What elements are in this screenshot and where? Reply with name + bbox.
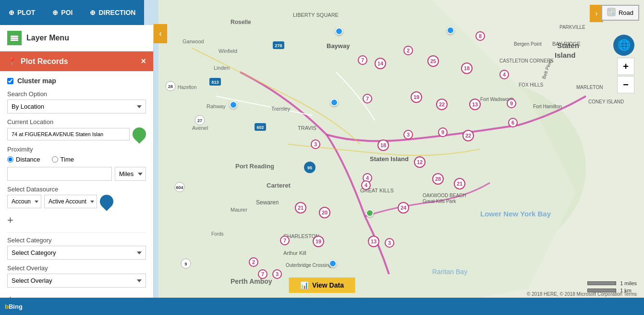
cluster-marker[interactable]: 3 [385, 238, 394, 248]
top-nav: ⊕ PLOT ⊕ POI ⊕ DIRECTION [0, 0, 144, 25]
distance-input-row: Miles [7, 167, 146, 181]
poi-btn[interactable]: ⊕ POI [44, 0, 81, 25]
svg-text:Outerbridge Crossing: Outerbridge Crossing [286, 263, 331, 268]
cluster-marker[interactable]: 2 [249, 257, 258, 267]
time-radio[interactable] [52, 156, 58, 163]
distance-input[interactable] [7, 167, 112, 181]
svg-text:Fort Hamilton: Fort Hamilton [533, 104, 562, 109]
cluster-map-checkbox[interactable] [7, 78, 13, 84]
cluster-marker[interactable]: 4 [499, 70, 509, 79]
proximity-radio-row: Distance Time [7, 156, 146, 163]
cluster-marker[interactable]: 25 [427, 55, 439, 67]
cluster-marker[interactable]: 7 [280, 236, 290, 245]
location-pin-4[interactable] [335, 27, 343, 35]
globe-icon[interactable]: 🌐 [613, 35, 634, 56]
current-location-row: Current Location [7, 118, 146, 141]
cluster-marker[interactable]: 12 [414, 156, 425, 168]
svg-rect-59 [11, 38, 18, 39]
cluster-marker[interactable]: 3 [272, 269, 282, 279]
cluster-marker[interactable]: 24 [398, 202, 409, 214]
svg-text:Hazelton: Hazelton [178, 85, 196, 90]
svg-text:FOX HILLS: FOX HILLS [519, 82, 543, 88]
scale-miles: 1 miles [620, 280, 637, 286]
svg-text:Fords: Fords [211, 231, 224, 237]
cluster-marker[interactable]: 7 [363, 94, 372, 103]
svg-text:CONEY ISLAND: CONEY ISLAND [588, 99, 624, 104]
svg-rect-58 [11, 36, 18, 37]
cluster-marker[interactable]: 21 [454, 178, 465, 189]
current-location-pin[interactable] [366, 209, 374, 217]
unit-select[interactable]: Miles [115, 167, 146, 181]
zoom-out-btn[interactable]: − [617, 76, 634, 93]
location-pin-2[interactable] [330, 99, 338, 106]
overlay-select[interactable]: Select Overlay [7, 274, 146, 288]
collapse-panel-btn[interactable]: ‹ [154, 24, 167, 43]
cluster-marker[interactable]: 21 [295, 202, 306, 214]
cluster-marker[interactable]: 6 [508, 118, 518, 127]
search-option-select[interactable]: By Location [7, 100, 146, 113]
cluster-marker[interactable]: 20 [319, 207, 330, 218]
cluster-marker[interactable]: 3 [403, 130, 413, 139]
svg-text:MARLETON: MARLETON [576, 85, 603, 90]
form-area: Cluster map Search Option By Location Cu… [0, 71, 153, 315]
view-data-label: View Data [312, 281, 344, 289]
cluster-marker[interactable]: 13 [469, 99, 481, 110]
layer-icon [7, 31, 22, 45]
add-datasource-btn[interactable]: + [7, 213, 13, 227]
svg-text:Avenel: Avenel [192, 125, 208, 131]
overlay-row: Select Overlay Select Overlay [7, 265, 146, 288]
proximity-label: Proximity [7, 146, 146, 153]
direction-btn[interactable]: ⊕ DIRECTION [81, 0, 144, 25]
svg-text:Winfield: Winfield [219, 48, 237, 54]
road-btn-label: Road [619, 9, 633, 16]
svg-text:602: 602 [256, 125, 264, 130]
datasource-pin-btn[interactable] [97, 192, 116, 211]
svg-rect-63 [612, 9, 614, 12]
cluster-marker[interactable]: 19 [411, 91, 422, 103]
svg-text:Maurer: Maurer [231, 207, 247, 213]
plot-btn[interactable]: ⊕ PLOT [0, 0, 44, 25]
location-input-row [7, 127, 146, 141]
cluster-marker[interactable]: 22 [436, 99, 448, 110]
datasource-select2[interactable]: Active Account [44, 195, 97, 208]
time-radio-label: Time [52, 156, 74, 163]
location-pin-1[interactable] [230, 101, 237, 109]
current-location-input[interactable] [7, 128, 130, 140]
plot-records-header: 📍 Plot Records × [0, 51, 153, 71]
cluster-marker[interactable]: 18 [461, 63, 473, 74]
cluster-marker[interactable]: 13 [368, 236, 379, 247]
cluster-marker[interactable]: 7 [358, 55, 367, 65]
view-data-btn[interactable]: 📊 View Data [289, 277, 355, 293]
location-pin-5[interactable] [447, 26, 454, 34]
distance-radio[interactable] [7, 156, 13, 163]
cluster-marker[interactable]: 28 [432, 173, 444, 185]
cluster-marker[interactable]: 4 [361, 180, 371, 190]
cluster-marker[interactable]: 2 [403, 46, 413, 55]
cluster-marker[interactable]: 9 [507, 99, 516, 108]
category-select[interactable]: Select Category [7, 246, 146, 260]
plot-records-close-btn[interactable]: × [141, 56, 146, 66]
location-pin-btn[interactable] [130, 125, 149, 144]
cluster-marker[interactable]: 3 [311, 139, 320, 149]
cluster-marker[interactable]: 22 [462, 130, 474, 141]
svg-text:BAY RIDGE: BAY RIDGE [552, 41, 581, 47]
location-pin-3[interactable] [329, 260, 337, 267]
svg-text:Sewaren: Sewaren [256, 199, 279, 206]
svg-text:Roselle: Roselle [231, 19, 251, 25]
cluster-marker[interactable]: 14 [375, 58, 386, 69]
cluster-marker[interactable]: 18 [377, 139, 389, 151]
plot-icon: ⊕ [9, 9, 14, 16]
svg-text:27: 27 [197, 118, 202, 123]
zoom-in-btn[interactable]: + [617, 58, 634, 75]
proximity-row: Proximity Distance Time Miles [7, 146, 146, 181]
left-panel: Layer Menu 📍 Plot Records × Cluster map … [0, 25, 154, 315]
cluster-marker[interactable]: 7 [258, 269, 267, 279]
cluster-marker[interactable]: 19 [313, 236, 324, 247]
svg-text:Rahway: Rahway [207, 103, 226, 109]
cluster-map-row: Cluster map [7, 77, 146, 85]
cluster-marker[interactable]: 8 [475, 31, 485, 41]
cluster-marker[interactable]: 9 [438, 127, 448, 137]
road-type-btn[interactable]: Road [601, 5, 639, 21]
datasource-select1[interactable]: Accoun [7, 195, 41, 208]
svg-text:TRAVIS: TRAVIS [298, 125, 316, 131]
